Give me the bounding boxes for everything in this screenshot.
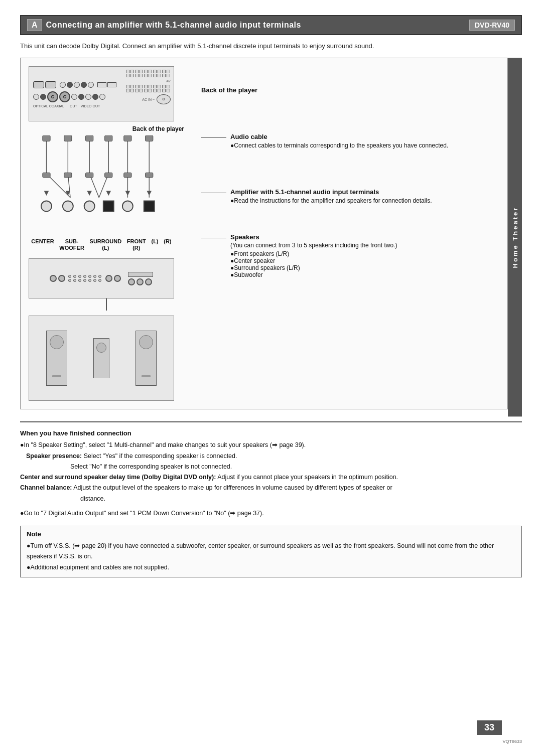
header-banner: A Connecting an amplifier with 5.1-chann… — [20, 15, 522, 35]
optical-connector — [33, 81, 44, 88]
conn-c4 — [78, 94, 84, 100]
audio-cable-title: Audio cable — [230, 133, 448, 140]
terminal-center: CENTER — [31, 238, 54, 251]
speakers-intro: (You can connect from 3 to 5 speakers in… — [230, 242, 397, 249]
svg-rect-35 — [144, 201, 155, 211]
speaker-tall-box-right — [136, 331, 157, 386]
page-number: 33 — [477, 720, 502, 735]
page-number-block: 33 VQT8633 — [502, 738, 522, 744]
svg-rect-18 — [43, 173, 50, 178]
svg-marker-29 — [147, 191, 152, 196]
video-out-2 — [107, 82, 116, 87]
coax-connector — [45, 81, 56, 88]
audio-out-2 — [67, 82, 73, 88]
svg-rect-7 — [64, 135, 72, 141]
diagram-left: C C OPTICAL COAXIAL OUT — [29, 66, 184, 401]
svg-marker-26 — [87, 191, 92, 196]
svg-rect-19 — [64, 173, 72, 178]
terminal-l: (L) — [151, 238, 158, 251]
svg-rect-6 — [43, 135, 50, 141]
terminal-sub: SUB-WOOFER — [59, 238, 84, 251]
notes-section: When you have finished connection ●In "8… — [20, 421, 522, 519]
note-box: Note ●Turn off V.S.S. (➡ page 20) if you… — [20, 526, 522, 577]
terminal-front: FRONT(R) — [127, 238, 146, 251]
terminal-sub-label: SUB-WOOFER — [59, 238, 84, 251]
section-letter: A — [27, 19, 42, 31]
speaker-right-tall — [136, 331, 157, 386]
note-box-item-1: ●Turn off V.S.S. (➡ page 20) if you have… — [27, 541, 515, 562]
terminal-r-label: (R) — [164, 238, 171, 245]
svg-marker-27 — [106, 191, 111, 196]
speakers-title: Speakers — [230, 233, 397, 241]
note-box-item-2: ●Additional equipment and cables are not… — [27, 562, 515, 573]
player-label-video: VIDEO OUT — [81, 104, 100, 108]
speaker-center-short — [93, 338, 109, 378]
cables-diagram — [29, 135, 174, 236]
speaker-tall-box-left — [46, 331, 67, 386]
player-label-optical: OPTICAL COAXIAL — [33, 104, 64, 108]
svg-rect-22 — [124, 173, 131, 178]
svg-marker-28 — [125, 191, 130, 196]
annotation-amplifier: Amplifier with 5.1-channel audio input t… — [201, 188, 499, 204]
speakers-box — [29, 316, 174, 401]
conn-c1 — [33, 94, 39, 100]
audio-out-1 — [60, 82, 66, 88]
model-badge: DVD-RV40 — [469, 20, 515, 31]
svg-point-34 — [122, 201, 133, 211]
note-item-6: ●Go to "7 Digital Audio Output" and set … — [20, 508, 522, 519]
note-item-2: Speaker presence: Select "Yes" if the co… — [20, 451, 522, 462]
svg-point-32 — [84, 201, 95, 211]
home-theater-sidebar: Home Theater — [508, 58, 522, 416]
section-title: Connecting an amplifier with 5.1-channel… — [46, 21, 301, 30]
back-of-player-label: Back of the player — [29, 125, 184, 132]
page: A Connecting an amplifier with 5.1-chann… — [0, 0, 542, 756]
note-item-4: Center and surround speaker delay time (… — [20, 472, 522, 483]
svg-marker-24 — [44, 191, 49, 196]
note-item-5: Channel balance: Adjust the output level… — [20, 483, 522, 493]
player-device-box: C C OPTICAL COAXIAL OUT — [29, 66, 174, 121]
svg-rect-20 — [86, 173, 93, 178]
speaker-left-tall — [46, 331, 67, 386]
note-item-5-cont: distance. — [20, 494, 522, 504]
svg-rect-9 — [105, 135, 112, 141]
conn-c5 — [85, 94, 91, 100]
terminal-front-label: FRONT(R) — [127, 238, 146, 251]
svg-rect-11 — [146, 135, 153, 141]
audio-out-3 — [74, 82, 80, 88]
conn-c6 — [92, 94, 98, 100]
notes-content: ●In "8 Speaker Setting", select "1 Multi… — [20, 440, 522, 519]
note-item-3-indent: Select "No" if the corresponding speaker… — [20, 462, 522, 472]
av-label: AV — [166, 79, 171, 83]
conn-c7 — [99, 94, 105, 100]
speakers-bullets: ●Front speakers (L/R) ●Center speaker ●S… — [230, 250, 397, 278]
note-item-1: ●In "8 Speaker Setting", select "1 Multi… — [20, 440, 522, 450]
back-of-player-right-label: Back of the player — [201, 86, 499, 94]
page-code: VQT8633 — [502, 739, 522, 744]
video-out-1 — [97, 82, 106, 87]
svg-rect-21 — [105, 173, 112, 178]
conn-c2 — [40, 94, 46, 100]
svg-rect-33 — [103, 201, 114, 211]
diagram-wrapper: C C OPTICAL COAXIAL OUT — [20, 58, 522, 416]
conn-c3 — [71, 94, 77, 100]
audio-out-5 — [88, 82, 94, 88]
amplifier-bullet: ●Read the instructions for the amplifier… — [230, 197, 432, 204]
notes-title: When you have finished connection — [20, 429, 522, 437]
svg-rect-23 — [146, 173, 153, 178]
svg-point-31 — [63, 201, 73, 211]
c-label-2: C — [59, 91, 70, 102]
speaker-short-box — [93, 338, 109, 378]
diagram-main: C C OPTICAL COAXIAL OUT — [20, 58, 508, 416]
connector-grid-top — [126, 70, 171, 77]
note-box-title: Note — [27, 530, 515, 538]
audio-out-4 — [81, 82, 87, 88]
connector-grid-bottom — [126, 85, 171, 92]
svg-rect-10 — [124, 135, 131, 141]
diagram-right: Back of the player Audio cable ●Connect … — [196, 66, 499, 401]
terminals-labels-row: CENTER SUB-WOOFER SURROUND(L) FRONT(R) ( — [29, 238, 174, 251]
terminal-surround-label: SURROUND(L) — [90, 238, 122, 251]
ac-in-connector: ⊙ — [157, 94, 171, 104]
player-label-outputs: OUT — [70, 104, 77, 108]
diagram-container: C C OPTICAL COAXIAL OUT — [20, 58, 508, 409]
amplifier-title: Amplifier with 5.1-channel audio input t… — [230, 188, 432, 196]
